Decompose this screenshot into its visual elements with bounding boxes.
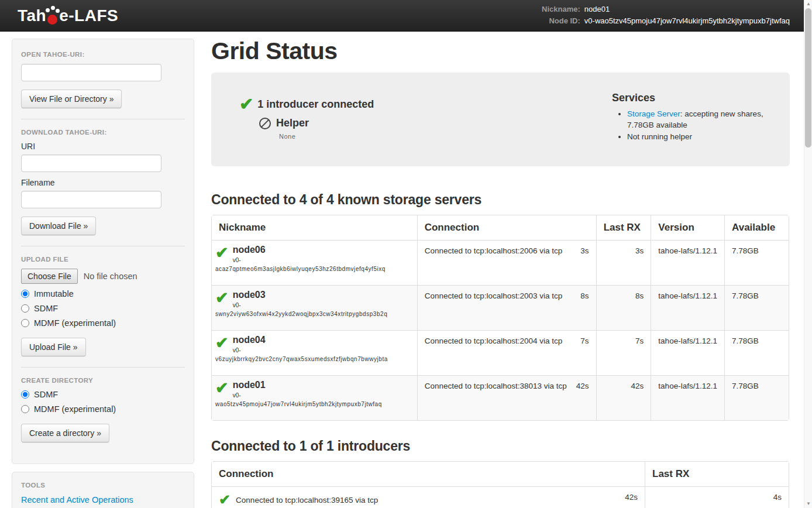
introducer-status-text: 1 introducer connected <box>257 98 374 111</box>
server-id: acaz7qptmeo6m3asjlgkb6iwlyuqey53hz26tbdm… <box>215 266 412 272</box>
logo-text-post: e-LAFS <box>59 6 118 25</box>
node-info: Nickname: node01 Node ID: v0-wao5tzv45pm… <box>542 4 790 26</box>
uri-field-label: URI <box>21 142 185 151</box>
choose-file-button[interactable]: Choose File <box>21 269 78 284</box>
col-nickname: Nickname <box>212 215 417 240</box>
dir-format-mdmf[interactable]: MDMF (experimental) <box>21 404 185 414</box>
last-rx-value: 3s <box>596 240 651 285</box>
service-item-storage: Storage Server: accepting new shares, 7.… <box>627 108 787 131</box>
upload-format-mdmf[interactable]: MDMF (experimental) <box>21 318 185 328</box>
helper-title: Helper <box>276 117 309 129</box>
table-header-row: Nickname Connection Last RX Version Avai… <box>212 215 789 240</box>
server-id-prefix: v0- <box>233 302 266 308</box>
connection-time: 42s <box>625 493 638 502</box>
sdmf-radio[interactable] <box>21 304 29 313</box>
last-rx-value: 4s <box>645 486 789 508</box>
storage-servers-table: Nickname Connection Last RX Version Avai… <box>211 215 789 421</box>
download-file-button[interactable]: Download File » <box>21 217 96 235</box>
connection-time: 3s <box>580 246 589 255</box>
status-well: ✔ 1 introducer connected Helper None Ser… <box>211 73 790 166</box>
recent-operations-link[interactable]: Recent and Active Operations <box>21 495 133 504</box>
nickname-value: node01 <box>584 4 790 15</box>
upload-format-sdmf[interactable]: SDMF <box>21 304 185 313</box>
open-uri-section: OPEN TAHOE-URI: View File or Directory » <box>21 42 185 119</box>
col-available: Available <box>724 215 789 240</box>
col-version: Version <box>651 215 724 240</box>
sdmf-radio-label: SDMF <box>34 304 58 313</box>
page-title: Grid Status <box>211 37 790 65</box>
table-row: ✔ node06 v0- acaz7qptmeo6m3asjlgkb6iwlyu… <box>212 240 789 285</box>
scrollbar-down-arrow[interactable]: ▼ <box>804 500 812 508</box>
open-uri-label: OPEN TAHOE-URI: <box>21 51 185 58</box>
last-rx-value: 8s <box>596 285 651 330</box>
version-value: tahoe-lafs/1.12.1 <box>651 285 724 330</box>
server-nickname: node04 <box>233 334 266 346</box>
main-content: Grid Status ✔ 1 introducer connected Hel… <box>211 32 790 508</box>
connection-text: Connected to tcp:localhost:2006 via tcp <box>425 246 563 255</box>
nickname-label: Nickname: <box>542 4 580 15</box>
file-chosen-status: No file chosen <box>84 272 137 281</box>
server-nickname: node06 <box>233 244 266 256</box>
connection-text: Connected to tcp:localhost:2003 via tcp <box>425 291 563 300</box>
last-rx-value: 42s <box>596 375 651 420</box>
download-uri-input[interactable] <box>21 155 161 172</box>
introducers-table: Connection Last RX ✔ Connected to tcp:lo… <box>211 461 789 508</box>
connected-check-icon: ✔ <box>215 290 229 306</box>
server-id: swny2viyw63ofxwi4x2yykd2woqjbpx3cw34xtri… <box>215 311 412 317</box>
connection-text: Connected to tcp:localhost:39165 via tcp <box>236 496 378 504</box>
services-title: Services <box>612 92 787 104</box>
filename-field-label: Filename <box>21 178 185 187</box>
dir-format-sdmf[interactable]: SDMF <box>21 390 185 399</box>
server-id-prefix: v0- <box>233 347 266 353</box>
storage-server-link[interactable]: Storage Server <box>627 109 680 118</box>
server-id: wao5tzv45pmoju47jow7rvl4ukirjm5ytbh2kjty… <box>215 401 412 407</box>
page-scrollbar[interactable]: ▲ ▼ <box>804 0 812 508</box>
version-value: tahoe-lafs/1.12.1 <box>651 375 724 420</box>
status-block: ✔ 1 introducer connected Helper None <box>239 96 374 140</box>
tahoe-lafs-logo: Tahe-LAFS <box>18 0 118 32</box>
download-filename-input[interactable] <box>21 191 161 208</box>
mdmf-radio[interactable] <box>21 319 29 327</box>
scrollbar-thumb[interactable] <box>805 8 811 147</box>
service-item-helper: Not running helper <box>627 131 787 142</box>
view-file-button[interactable]: View File or Directory » <box>21 90 122 108</box>
create-directory-label: CREATE DIRECTORY <box>21 377 185 384</box>
helper-disabled-icon <box>259 118 271 129</box>
connection-time: 8s <box>580 291 589 300</box>
upload-file-label: UPLOAD FILE <box>21 256 185 263</box>
immutable-radio[interactable] <box>21 290 29 298</box>
available-value: 7.78GB <box>724 240 789 285</box>
col-last-rx: Last RX <box>645 462 789 486</box>
table-row: ✔ node04 v0- v6zuyjkbrrkqy2bvc2cny7qwax5… <box>212 330 789 375</box>
connection-time: 42s <box>576 382 589 390</box>
logo-node-icon <box>47 6 59 26</box>
servers-heading: Connected to 4 of 4 known storage server… <box>211 192 790 208</box>
dir-sdmf-radio-label: SDMF <box>34 390 58 399</box>
download-uri-section: DOWNLOAD TAHOE-URI: URI Filename Downloa… <box>21 119 185 246</box>
scrollbar-up-arrow[interactable]: ▲ <box>804 0 812 8</box>
col-connection: Connection <box>212 462 645 486</box>
version-value: tahoe-lafs/1.12.1 <box>651 330 724 375</box>
dir-mdmf-radio[interactable] <box>21 405 29 413</box>
upload-format-immutable[interactable]: Immutable <box>21 289 185 298</box>
create-directory-button[interactable]: Create a directory » <box>21 424 109 442</box>
node-id-value: v0-wao5tzv45pmoju47jow7rvl4ukirjm5ytbh2k… <box>584 16 790 26</box>
col-connection: Connection <box>417 215 596 240</box>
available-value: 7.78GB <box>724 375 789 420</box>
open-uri-input[interactable] <box>21 64 161 81</box>
server-nickname: node03 <box>233 289 266 301</box>
table-row: ✔ node01 v0- wao5tzv45pmoju47jow7rvl4uki… <box>212 375 789 420</box>
connected-check-icon: ✔ <box>215 245 229 261</box>
dir-sdmf-radio[interactable] <box>21 390 29 399</box>
connected-check-icon: ✔ <box>219 493 230 507</box>
server-id-prefix: v0- <box>233 257 266 263</box>
immutable-radio-label: Immutable <box>34 289 74 298</box>
upload-file-button[interactable]: Upload File » <box>21 338 86 356</box>
node-id-label: Node ID: <box>542 16 580 26</box>
server-id-prefix: v0- <box>233 392 266 399</box>
last-rx-value: 7s <box>596 330 651 375</box>
table-row: ✔ Connected to tcp:localhost:39165 via t… <box>212 486 789 508</box>
col-last-rx: Last RX <box>596 215 651 240</box>
available-value: 7.78GB <box>724 285 789 330</box>
upload-file-section: UPLOAD FILE Choose File No file chosen I… <box>21 246 185 367</box>
